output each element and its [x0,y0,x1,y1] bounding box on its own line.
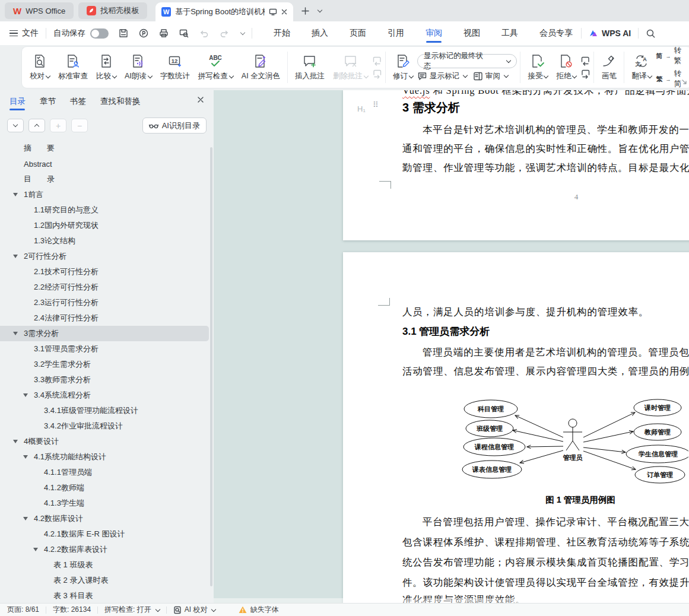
document-page-5[interactable]: 人员，满足人员的培训参与度、提升机构的管理效率。 3.1 管理员需求分析 管理员… [343,252,689,603]
new-tab-icon[interactable] [301,7,309,15]
expand-all-button[interactable] [28,119,45,132]
toc-item[interactable]: Abstract [0,156,209,172]
collapse-triangle-icon[interactable] [23,517,28,520]
reject-button[interactable]: 拒绝 [552,52,580,83]
autosave-toggle[interactable] [90,28,109,39]
menu-page[interactable]: 页面 [348,23,367,44]
ai-polish-button[interactable]: AI 全文润色 [237,52,284,83]
word-count-button[interactable]: 12 字数统计 [156,52,194,83]
toc-item[interactable]: 3.4.1班级管理功能流程设计 [0,403,209,418]
ribbon-collapse-icon[interactable] [681,79,687,85]
print-preview-icon[interactable] [179,28,189,39]
ai-read-button[interactable]: AI朗读 [120,52,156,83]
sidebar-scrollbar[interactable] [210,147,212,586]
usecase-label: 班级管理 [476,425,503,432]
toc-item[interactable]: 4.1.2教师端 [0,480,209,496]
toc-item[interactable]: 2.1技术可行性分析 [0,264,209,280]
toc-item[interactable]: 3.3教师需求分析 [0,372,209,388]
toc-item[interactable]: 4.2.2数据库表设计 [0,542,209,557]
toc-item[interactable]: 1.2国内外研究现状 [0,218,209,233]
horizontal-scroll-area[interactable] [214,598,689,603]
previous-change-icon[interactable] [580,56,590,66]
menu-tools[interactable]: 工具 [500,23,519,44]
toc-item[interactable]: 表 3 科目表 [0,588,209,603]
document-page-4[interactable]: Vue.js 和 Spring Boot 框架的分离开发技术，将产品逻辑与界面分… [343,90,689,240]
collapse-triangle-icon[interactable] [13,255,18,258]
collapse-triangle-icon[interactable] [23,455,28,459]
close-sidebar-icon[interactable] [197,96,204,103]
page-indicator[interactable]: 页面: 8/61 [7,605,39,615]
toc-item[interactable]: 4.1系统功能结构设计 [0,449,209,465]
toc-item[interactable]: 3.4系统流程分析 [0,388,209,403]
search-icon[interactable] [646,28,656,39]
toc-item[interactable]: 2.4法律可行性分析 [0,310,209,326]
drag-handle-icon[interactable] [373,100,379,109]
print-icon[interactable] [158,28,169,39]
toc-item-selected[interactable]: 3需求分析 [0,326,209,341]
collapse-triangle-icon[interactable] [13,440,18,443]
markup-state-select[interactable]: 显示标记的最终状态 [417,54,517,68]
compare-button[interactable]: 比较 [92,52,120,83]
spell-check-button[interactable]: ABC 拼写检查 [194,52,237,83]
tab-document-active[interactable]: W 基于Spring Boot的培训机构 [155,2,293,21]
track-changes-button[interactable]: 修订 [389,52,417,83]
file-menu[interactable]: 文件 [9,28,39,39]
menu-view[interactable]: 视图 [462,23,481,44]
tab-bookmarks[interactable]: 书签 [70,96,86,110]
quick-access-chevron-icon[interactable] [240,30,245,35]
standard-review-button[interactable]: 标准审查 [54,52,92,83]
tab-contents[interactable]: 目录 [9,96,26,110]
toc-item[interactable]: 摘 要 [0,141,209,156]
toc-item[interactable]: 4概要设计 [0,434,209,449]
tab-chapters[interactable]: 章节 [40,96,56,110]
menu-review[interactable]: 审阅 [424,23,443,44]
accept-button[interactable]: 接受 [523,52,552,83]
toc-item[interactable]: 2.3运行可行性分析 [0,295,209,310]
brush-button[interactable]: 画笔 [597,52,621,83]
menu-member[interactable]: 会员专享 [538,23,574,44]
toc-item[interactable]: 3.1管理员需求分析 [0,341,209,357]
close-tab-icon[interactable] [281,9,287,15]
export-pdf-icon[interactable] [138,28,149,39]
toc-item[interactable]: 表 1 班级表 [0,557,209,573]
insert-comment-button[interactable]: 插入批注 [291,52,329,83]
ai-catalog-button[interactable]: AI识别目录 [142,118,207,134]
word-count-indicator[interactable]: 字数: 26134 [53,605,91,615]
wps-ai-button[interactable]: WPS AI [589,28,631,38]
to-traditional-button[interactable]: 简 转繁 [656,46,688,66]
toc-item[interactable]: 表 2 录入课时表 [0,573,209,588]
menu-insert[interactable]: 插入 [310,23,329,44]
translate-button[interactable]: A文 翻译 [627,52,656,83]
toc-item[interactable]: 4.2数据库设计 [0,511,209,526]
ai-proof-status[interactable]: AI 校对 [173,605,216,615]
collapse-triangle-icon[interactable] [23,393,28,397]
review-pane-button[interactable]: 审阅 [473,71,508,81]
toc-item[interactable]: 4.1.3学生端 [0,496,209,511]
tab-docer[interactable]: 找稻壳模板 [78,2,147,19]
collapse-triangle-icon[interactable] [13,332,18,335]
toc-item[interactable]: 2可行性分析 [0,249,209,264]
toc-item[interactable]: 目 录 [0,172,209,187]
toc-item[interactable]: 1.3论文结构 [0,233,209,249]
missing-font-warning[interactable]: 缺失字体 [239,605,278,615]
menu-home[interactable]: 开始 [272,23,291,44]
toc-item[interactable]: 3.2学生需求分析 [0,357,209,372]
tab-wps-office[interactable]: W WPS Office [5,2,74,19]
tab-list-chevron-icon[interactable] [317,8,322,12]
collapse-triangle-icon[interactable] [33,548,38,551]
next-change-icon[interactable] [580,69,590,79]
collapse-all-button[interactable] [7,119,24,132]
menu-reference[interactable]: 引用 [386,23,405,44]
toc-item[interactable]: 1.1研究目的与意义 [0,202,209,218]
show-markup-button[interactable]: 显示标记 [417,71,467,81]
save-icon[interactable] [118,28,129,39]
toc-item[interactable]: 3.4.2作业审批流程设计 [0,418,209,434]
collapse-triangle-icon[interactable] [13,193,18,196]
toc-item[interactable]: 1前言 [0,187,209,202]
toc-item[interactable]: 4.1.1管理员端 [0,465,209,480]
toc-item[interactable]: 4.2.1数据库 E-R 图设计 [0,526,209,542]
tab-find-replace[interactable]: 查找和替换 [100,96,141,110]
spell-check-status[interactable]: 拼写检查: 打开 [104,605,160,615]
proofread-button[interactable]: 校对 [26,52,54,83]
toc-item[interactable]: 2.2经济可行性分析 [0,280,209,295]
